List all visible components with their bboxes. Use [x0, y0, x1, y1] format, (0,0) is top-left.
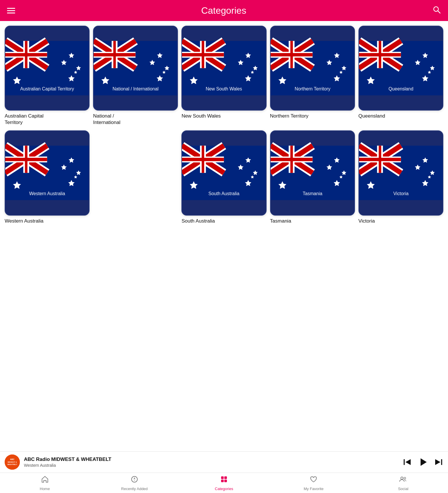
svg-text:Queensland: Queensland — [388, 86, 413, 91]
nav-item-categories[interactable]: Categories — [179, 473, 269, 493]
nav-item-my_favorite[interactable]: My Favorite — [269, 473, 358, 493]
category-label: Australian CapitalTerritory — [5, 113, 43, 126]
category-label: Victoria — [358, 218, 375, 224]
station-logo: ABC MIDWEST & WHEATBELT — [5, 454, 20, 470]
now-playing-bar: ABC MIDWEST & WHEATBELT ABC Radio MIDWES… — [0, 451, 448, 473]
svg-rect-179 — [224, 480, 227, 482]
category-name-text: Australian Capital — [5, 113, 43, 119]
nav-item-social[interactable]: Social — [358, 473, 448, 493]
svg-text:WHEATBELT: WHEATBELT — [7, 464, 17, 465]
heart-icon — [309, 475, 318, 485]
svg-text:Victoria: Victoria — [393, 191, 409, 196]
category-name-text: Territory — [5, 120, 22, 125]
people-icon — [399, 475, 407, 485]
svg-rect-12 — [5, 53, 47, 56]
svg-marker-174 — [134, 477, 135, 479]
svg-rect-168 — [404, 459, 405, 465]
category-card-sa: South Australia — [181, 130, 266, 215]
svg-marker-172 — [435, 459, 440, 465]
category-name-text: National / — [93, 113, 114, 119]
page-title: Categories — [201, 5, 246, 16]
grid-icon — [220, 475, 228, 485]
player-controls — [402, 457, 443, 467]
svg-text:ABC: ABC — [10, 458, 14, 460]
category-item-vic[interactable]: Victoria Victoria — [358, 130, 443, 224]
category-name-text: Victoria — [358, 218, 375, 224]
category-name-text: South Australia — [181, 218, 215, 224]
svg-rect-102 — [5, 158, 47, 161]
category-card-act: Australian Capital Territory — [5, 26, 90, 111]
category-label: Tasmania — [270, 218, 291, 224]
nav-item-home[interactable]: Home — [0, 473, 90, 493]
category-card-vic: Victoria — [358, 130, 443, 215]
svg-marker-170 — [421, 458, 427, 466]
svg-rect-84 — [359, 53, 401, 56]
category-label: Queensland — [358, 113, 385, 119]
category-label: South Australia — [181, 218, 215, 224]
bottom-nav: Home Recently Added Categories My Favori… — [0, 473, 448, 493]
nav-item-recently_added[interactable]: Recently Added — [90, 473, 179, 493]
play-button[interactable] — [418, 457, 428, 467]
menu-icon[interactable] — [7, 8, 15, 13]
svg-rect-178 — [221, 480, 224, 482]
category-card-nt: Northern Territory — [270, 26, 355, 111]
category-name-text: Tasmania — [270, 218, 291, 224]
category-item-wa[interactable]: Western Australia Western Australia — [5, 130, 90, 224]
next-button[interactable] — [434, 457, 443, 467]
category-name-text: Northern Territory — [270, 113, 309, 119]
category-item-nsw[interactable]: New South Wales New South Wales — [181, 26, 266, 126]
category-label: National /International — [93, 113, 120, 126]
now-playing-info: ABC Radio MIDWEST & WHEATBELT Western Au… — [24, 457, 398, 468]
svg-text:Tasmania: Tasmania — [302, 191, 322, 196]
svg-text:MIDWEST &: MIDWEST & — [8, 461, 17, 463]
nav-label-my_favorite: My Favorite — [304, 487, 323, 491]
search-icon[interactable] — [432, 5, 441, 16]
nav-label-social: Social — [398, 487, 408, 491]
previous-button[interactable] — [402, 457, 412, 467]
svg-rect-138 — [271, 158, 313, 161]
svg-text:South Australia: South Australia — [209, 191, 239, 196]
svg-text:Australian Capital Territory: Australian Capital Territory — [20, 86, 74, 91]
category-card-qld: Queensland — [358, 26, 443, 111]
svg-point-180 — [401, 477, 403, 479]
svg-text:New South Wales: New South Wales — [206, 86, 242, 91]
svg-rect-66 — [271, 53, 313, 56]
svg-rect-30 — [94, 53, 136, 56]
category-label: Western Australia — [5, 218, 43, 224]
category-label: Northern Territory — [270, 113, 309, 119]
main-content: Australian Capital Territory Australian … — [0, 21, 448, 229]
category-item-national[interactable]: National / International National /Inter… — [93, 26, 178, 126]
station-subtitle: Western Australia — [24, 463, 398, 468]
category-name-text: International — [93, 120, 120, 125]
svg-rect-176 — [221, 476, 224, 479]
svg-text:Western Australia: Western Australia — [29, 191, 65, 196]
category-item-qld[interactable]: Queensland Queensland — [358, 26, 443, 126]
category-label: New South Wales — [181, 113, 220, 119]
nav-label-categories: Categories — [215, 487, 233, 491]
nav-label-home: Home — [40, 487, 50, 491]
category-grid: Australian Capital Territory Australian … — [5, 26, 443, 224]
svg-rect-48 — [182, 53, 224, 56]
svg-point-181 — [404, 477, 406, 479]
category-item-nt[interactable]: Northern Territory Northern Territory — [270, 26, 355, 126]
category-card-wa: Western Australia — [5, 130, 90, 215]
svg-text:Northern Territory: Northern Territory — [295, 86, 330, 91]
home-icon — [41, 475, 49, 485]
header: Categories — [0, 0, 448, 21]
station-name: ABC Radio MIDWEST & WHEATBELT — [24, 457, 398, 462]
svg-marker-169 — [405, 459, 411, 465]
svg-marker-175 — [134, 479, 135, 481]
category-item-act[interactable]: Australian Capital Territory Australian … — [5, 26, 90, 126]
compass-icon — [130, 475, 139, 485]
category-name-text: Western Australia — [5, 218, 43, 224]
category-name-text: New South Wales — [181, 113, 220, 119]
svg-rect-120 — [182, 158, 224, 161]
category-item-sa[interactable]: South Australia South Australia — [181, 130, 266, 224]
nav-label-recently_added: Recently Added — [121, 487, 148, 491]
svg-text:National / International: National / International — [113, 86, 159, 91]
category-item-tas[interactable]: Tasmania Tasmania — [270, 130, 355, 224]
svg-rect-156 — [359, 158, 401, 161]
category-card-nsw: New South Wales — [181, 26, 266, 111]
svg-rect-171 — [441, 459, 442, 465]
svg-rect-177 — [224, 476, 227, 479]
